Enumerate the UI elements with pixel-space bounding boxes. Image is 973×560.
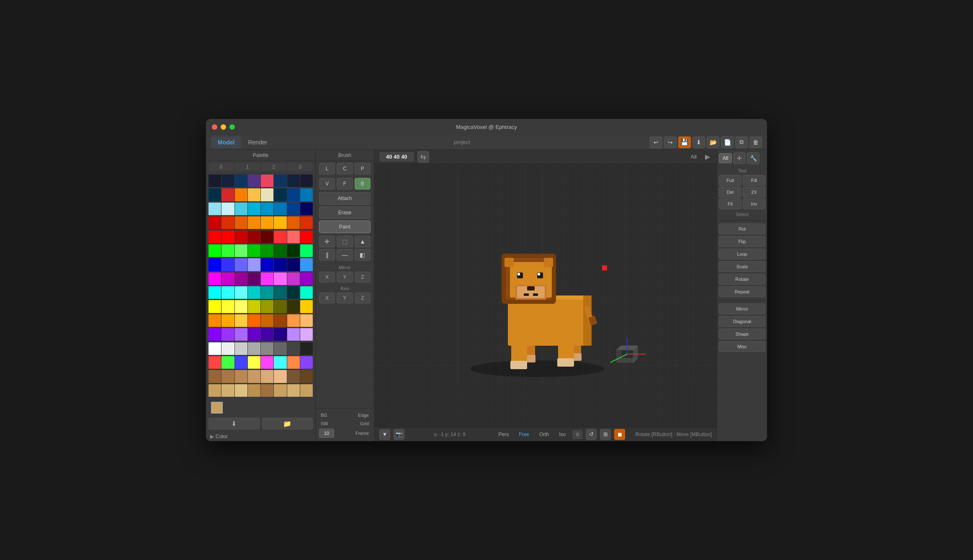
color-swatch-53[interactable] <box>274 258 286 271</box>
color-swatch-24[interactable] <box>208 216 221 229</box>
color-swatch-118[interactable] <box>287 370 300 383</box>
edit-icon-move[interactable]: ✛ <box>733 152 746 164</box>
delete-button[interactable]: 🗑 <box>749 136 762 148</box>
color-section[interactable]: ▶ Color <box>206 432 315 441</box>
line-tool-btn[interactable]: — <box>337 249 353 261</box>
color-swatch-33[interactable] <box>221 231 234 243</box>
color-swatch-94[interactable] <box>287 328 300 341</box>
minimize-button[interactable] <box>221 124 226 130</box>
free-btn[interactable]: Free <box>515 430 533 439</box>
color-swatch-52[interactable] <box>261 258 273 271</box>
save-button[interactable]: 💾 <box>678 136 691 148</box>
color-swatch-42[interactable] <box>235 244 247 257</box>
color-swatch-16[interactable] <box>208 203 221 215</box>
color-swatch-91[interactable] <box>248 328 260 341</box>
color-swatch-34[interactable] <box>235 231 247 243</box>
color-swatch-23[interactable] <box>300 203 313 215</box>
color-swatch-124[interactable] <box>261 384 273 397</box>
del-btn[interactable]: Del <box>719 187 741 198</box>
color-swatch-39[interactable] <box>300 231 313 243</box>
color-swatch-122[interactable] <box>235 384 247 397</box>
canvas-area[interactable] <box>374 164 717 427</box>
color-swatch-28[interactable] <box>261 216 273 229</box>
mirror-z-btn[interactable]: Z <box>355 272 371 283</box>
color-swatch-18[interactable] <box>235 203 247 215</box>
color-swatch-47[interactable] <box>300 244 313 257</box>
grid-view-btn[interactable]: ⊞ <box>600 429 611 440</box>
color-swatch-15[interactable] <box>300 188 313 201</box>
color-swatch-6[interactable] <box>287 175 300 187</box>
color-swatch-7[interactable] <box>300 175 313 187</box>
color-swatch-79[interactable] <box>300 300 313 313</box>
color-swatch-119[interactable] <box>300 370 313 383</box>
color-swatch-115[interactable] <box>248 370 260 383</box>
fullscreen-button[interactable] <box>229 124 235 130</box>
color-swatch-102[interactable] <box>287 342 300 355</box>
color-swatch-117[interactable] <box>274 370 286 383</box>
color-swatch-19[interactable] <box>248 203 260 215</box>
color-swatch-30[interactable] <box>287 216 300 229</box>
new-button[interactable]: 📄 <box>721 136 734 148</box>
palette-tab-0[interactable]: 0 <box>208 163 234 171</box>
rot-btn[interactable]: Rot <box>719 223 765 234</box>
color-swatch-111[interactable] <box>300 356 313 369</box>
color-swatch-81[interactable] <box>221 314 234 327</box>
color-swatch-113[interactable] <box>221 370 234 383</box>
color-swatch-12[interactable] <box>261 188 273 201</box>
color-swatch-8[interactable] <box>208 188 221 201</box>
color-swatch-82[interactable] <box>235 314 247 327</box>
color-swatch-69[interactable] <box>274 286 286 299</box>
color-swatch-25[interactable] <box>221 216 234 229</box>
close-button[interactable] <box>212 124 217 130</box>
collapse-btn[interactable]: ▶ <box>703 153 712 161</box>
color-swatch-77[interactable] <box>274 300 286 313</box>
color-swatch-68[interactable] <box>261 286 273 299</box>
color-swatch-101[interactable] <box>274 342 286 355</box>
color-swatch-99[interactable] <box>248 342 260 355</box>
color-swatch-20[interactable] <box>261 203 273 215</box>
color-swatch-57[interactable] <box>221 272 234 285</box>
color-swatch-49[interactable] <box>221 258 234 271</box>
color-swatch-120[interactable] <box>208 384 221 397</box>
color-swatch-37[interactable] <box>274 231 286 243</box>
color-swatch-22[interactable] <box>287 203 300 215</box>
color-swatch-59[interactable] <box>248 272 260 285</box>
color-swatch-44[interactable] <box>261 244 273 257</box>
color-swatch-21[interactable] <box>274 203 286 215</box>
axis-x-btn[interactable]: X <box>319 293 335 303</box>
color-swatch-112[interactable] <box>208 370 221 383</box>
orth-btn[interactable]: Orth <box>536 430 552 439</box>
color-swatch-36[interactable] <box>261 231 273 243</box>
attach-btn[interactable]: Attach <box>319 192 371 205</box>
twox-btn[interactable]: 2X <box>743 187 765 198</box>
color-swatch-11[interactable] <box>248 188 260 201</box>
mirror-y-btn[interactable]: Y <box>337 272 353 283</box>
color-swatch-107[interactable] <box>248 356 260 369</box>
color-swatch-108[interactable] <box>261 356 273 369</box>
color-swatch-27[interactable] <box>248 216 260 229</box>
color-swatch-62[interactable] <box>287 272 300 285</box>
color-swatch-61[interactable] <box>274 272 286 285</box>
undo-button[interactable]: ↩ <box>650 136 662 148</box>
erase-btn[interactable]: Erase <box>319 206 371 219</box>
color-swatch-55[interactable] <box>300 258 313 271</box>
edit-icon-wrench[interactable]: 🔧 <box>747 152 759 164</box>
palette-folder-btn[interactable]: 📁 <box>262 418 313 429</box>
axis-y-btn[interactable]: Y <box>337 293 353 303</box>
open-button[interactable]: 📂 <box>707 136 719 148</box>
palette-download-btn[interactable]: ⬇ <box>208 418 260 429</box>
brush-type-p[interactable]: P <box>355 163 371 175</box>
color-swatch-97[interactable] <box>221 342 234 355</box>
loop-btn[interactable]: Loop <box>719 249 765 259</box>
mirror-x-btn[interactable]: X <box>319 272 335 283</box>
fill-btn[interactable]: Fill <box>743 175 765 186</box>
color-swatch-58[interactable] <box>235 272 247 285</box>
color-swatch-40[interactable] <box>208 244 221 257</box>
color-swatch-64[interactable] <box>208 286 221 299</box>
color-swatch-72[interactable] <box>208 300 221 313</box>
bg-label[interactable]: BG <box>319 412 329 419</box>
color-swatch-70[interactable] <box>287 286 300 299</box>
color-swatch-75[interactable] <box>248 300 260 313</box>
color-swatch-100[interactable] <box>261 342 273 355</box>
color-swatch-45[interactable] <box>274 244 286 257</box>
